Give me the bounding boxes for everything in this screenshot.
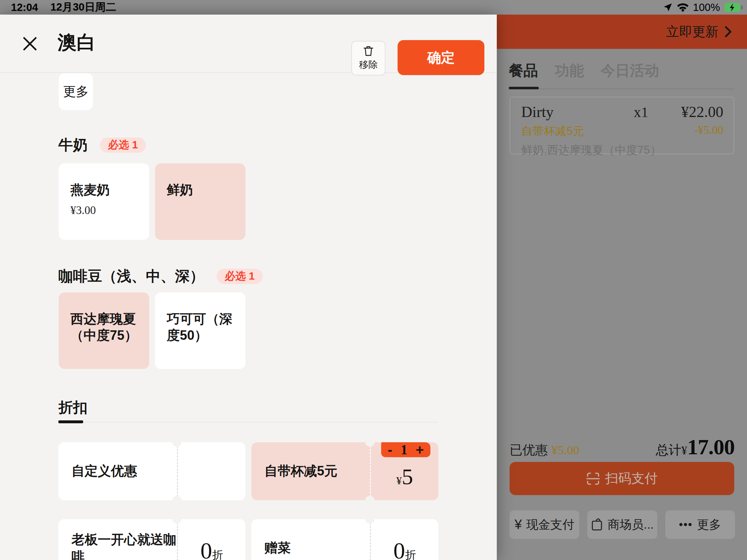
- date: 12月30日周二: [50, 0, 116, 15]
- coupon-label: 老板一开心就送咖啡: [71, 531, 177, 560]
- mall-staff-button[interactable]: 商场员...: [587, 510, 657, 539]
- modal-header: 澳白 移除 确定: [0, 15, 497, 73]
- location-icon: [663, 3, 673, 12]
- coupon-currency: ¥: [396, 474, 402, 487]
- panel-tabs: 餐品 功能 今日活动: [509, 61, 659, 81]
- discount-section-title: 折扣: [58, 397, 88, 417]
- scan-pay-label: 扫码支付: [605, 470, 658, 487]
- product-modal: 澳白 移除 确定 更多 牛奶 必选 1 燕麦奶 ¥3.00 鲜奶: [0, 15, 497, 560]
- order-item-discount-value: -¥5.00: [694, 124, 723, 139]
- coupon-value-area: 0 折: [370, 519, 438, 560]
- battery-percent: 100%: [693, 1, 720, 13]
- trash-icon: [363, 45, 374, 57]
- coupon-free-dish[interactable]: 赠菜 0 折: [251, 519, 438, 560]
- coupon-value-area: 0 折: [177, 519, 245, 560]
- tab-functions[interactable]: 功能: [555, 61, 584, 81]
- yen-icon: ¥: [515, 517, 522, 532]
- battery-icon: [724, 3, 743, 12]
- coupon-label: 赠菜: [264, 540, 291, 557]
- order-item-name: Dirty: [521, 103, 634, 121]
- option-bean-choco[interactable]: 巧可可（深度50）: [155, 292, 245, 369]
- active-tab-indicator: [509, 87, 539, 89]
- order-item-qty: x1: [634, 104, 649, 121]
- order-item-spec: 鲜奶,西达摩瑰夏（中度75）: [521, 143, 723, 158]
- stepper-plus-button[interactable]: +: [416, 443, 424, 457]
- remove-label: 移除: [359, 58, 378, 71]
- tabs-divider: [509, 89, 735, 89]
- cash-pay-label: 现金支付: [526, 517, 574, 533]
- scan-icon: [586, 472, 600, 486]
- total-value: 17.00: [687, 435, 735, 460]
- product-title: 澳白: [58, 30, 96, 55]
- coupon-discount-value: 0: [394, 537, 405, 560]
- beans-section-title: 咖啡豆（浅、中、深） 必选 1: [58, 266, 263, 286]
- cash-pay-button[interactable]: ¥ 现金支付: [510, 510, 579, 539]
- stepper-minus-button[interactable]: -: [388, 443, 392, 457]
- beans-title-text: 咖啡豆（浅、中、深）: [58, 266, 204, 286]
- discount-title-text: 折扣: [58, 397, 88, 417]
- bag-icon: [591, 518, 603, 531]
- order-item-discount-name: 自带杯减5元: [521, 124, 694, 139]
- total-label: 总计: [656, 442, 681, 459]
- coupon-label: 自带杯减5元: [264, 463, 337, 480]
- tab-menu[interactable]: 餐品: [509, 61, 538, 81]
- order-item-card[interactable]: Dirty x1 ¥22.00 自带杯减5元 -¥5.00 鲜奶,西达摩瑰夏（中…: [510, 97, 734, 154]
- order-summary: 已优惠 ¥5.00 总计 ¥ 17.00: [510, 435, 735, 460]
- option-label: 鲜奶: [167, 182, 235, 198]
- required-badge: 必选 1: [100, 137, 146, 153]
- update-banner-label: 立即更新: [666, 23, 719, 41]
- option-label: 巧可可（深度50）: [167, 311, 237, 343]
- update-banner[interactable]: 立即更新: [497, 15, 747, 49]
- status-bar: 12:04 12月30日周二 100%: [0, 0, 747, 15]
- stepper-quantity: 1: [400, 442, 407, 458]
- more-option-chip[interactable]: 更多: [59, 73, 93, 110]
- order-panel: 立即更新 餐品 功能 今日活动 Dirty x1 ¥22.00 自带杯减5元 -…: [497, 15, 747, 560]
- more-actions-label: 更多: [697, 517, 721, 533]
- total-currency: ¥: [681, 444, 687, 457]
- coupon-custom-discount[interactable]: 自定义优惠: [58, 442, 245, 500]
- coupon-label: 自定义优惠: [71, 463, 137, 480]
- coupon-discount-unit: 折: [212, 548, 223, 560]
- option-oat-milk[interactable]: 燕麦奶 ¥3.00: [59, 163, 149, 240]
- more-actions-button[interactable]: ••• 更多: [665, 510, 735, 539]
- wifi-icon: [677, 3, 689, 12]
- required-badge: 必选 1: [217, 269, 263, 284]
- option-bean-geisha[interactable]: 西达摩瑰夏（中度75）: [59, 292, 149, 369]
- clock: 12:04: [11, 1, 38, 13]
- milk-title-text: 牛奶: [58, 135, 88, 155]
- confirm-button[interactable]: 确定: [398, 40, 484, 75]
- discount-divider: [58, 422, 438, 423]
- pos-screen: 12:04 12月30日周二 100% 立即更新: [0, 0, 747, 560]
- order-item-price: ¥22.00: [681, 103, 724, 121]
- option-label: 西达摩瑰夏（中度75）: [70, 311, 140, 343]
- coupon-discount-value: 0: [201, 537, 212, 560]
- option-fresh-milk[interactable]: 鲜奶: [155, 163, 245, 240]
- close-icon[interactable]: [21, 35, 39, 52]
- tab-today-activity[interactable]: 今日活动: [601, 61, 659, 81]
- coupon-amount: 5: [402, 464, 413, 490]
- discount-tab-indicator: [58, 420, 83, 423]
- coupon-value-area: [177, 442, 245, 500]
- ellipsis-icon: •••: [679, 518, 693, 531]
- coupon-discount-unit: 折: [405, 548, 416, 560]
- milk-section-title: 牛奶 必选 1: [58, 135, 146, 155]
- scan-pay-button[interactable]: 扫码支付: [510, 462, 734, 495]
- quantity-stepper: - 1 +: [381, 442, 430, 457]
- saved-value: ¥5.00: [551, 443, 580, 457]
- coupon-boss-happy[interactable]: 老板一开心就送咖啡 0 折: [58, 519, 245, 560]
- mall-staff-label: 商场员...: [608, 517, 654, 533]
- coupon-own-cup[interactable]: 自带杯减5元 ¥ 5 - 1 +: [251, 442, 438, 500]
- saved-label: 已优惠: [510, 443, 548, 457]
- option-label: 燕麦奶: [70, 182, 139, 198]
- action-bar: ¥ 现金支付 商场员... ••• 更多: [510, 510, 735, 539]
- chevron-right-icon: [724, 26, 733, 37]
- option-price: ¥3.00: [70, 204, 139, 217]
- remove-button[interactable]: 移除: [351, 41, 386, 75]
